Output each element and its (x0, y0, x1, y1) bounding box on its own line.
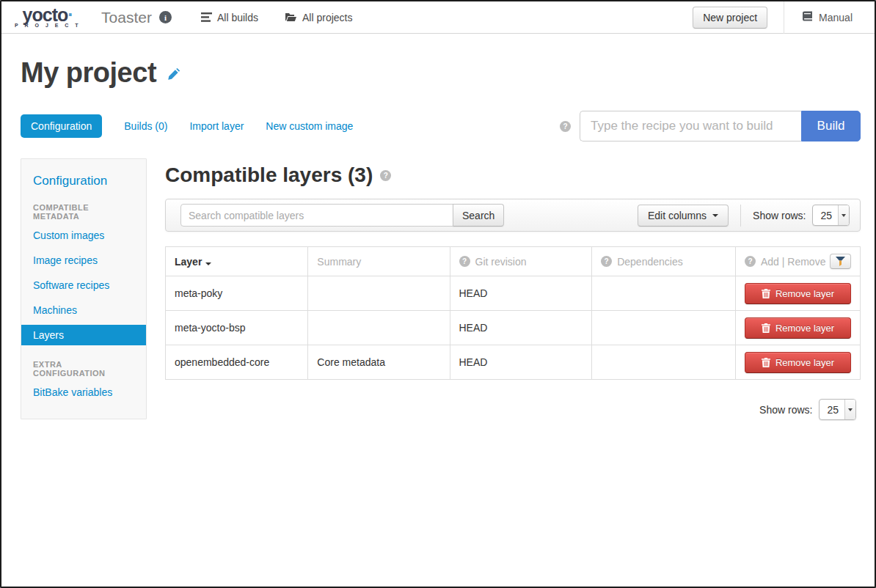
book-icon (802, 11, 813, 23)
header-nav: All builds All projects (201, 12, 353, 23)
edit-columns-label: Edit columns (648, 210, 707, 221)
build-recipe-input[interactable] (580, 111, 801, 142)
yocto-logo-text: yocto· (23, 7, 73, 23)
show-rows-select[interactable]: 25 (812, 205, 850, 226)
cell-git-revision: HEAD (450, 345, 592, 380)
folder-open-icon (285, 12, 297, 22)
yocto-logo[interactable]: yocto· P R O J E C T (15, 7, 81, 28)
cell-actions: Remove layer (735, 345, 860, 380)
nav-all-builds[interactable]: All builds (201, 12, 258, 23)
sidebar: Configuration COMPATIBLE METADATA Custom… (21, 158, 147, 419)
table-row: meta-yocto-bsp HEAD Remove layer (166, 311, 861, 345)
cell-layer: meta-yocto-bsp (166, 311, 308, 345)
compatible-layers-table: Layer Summary ?Git revision ?Dependencie… (165, 246, 861, 380)
cell-git-revision: HEAD (450, 311, 592, 345)
search-button[interactable]: Search (453, 204, 504, 227)
manual-link[interactable]: Manual (784, 11, 875, 23)
chevron-down-icon (712, 214, 718, 217)
sidebar-item-layers[interactable]: Layers (21, 325, 146, 345)
cell-dependencies (592, 311, 736, 345)
sidebar-heading-extra-configuration: EXTRA CONFIGURATION (21, 360, 146, 378)
app-header: yocto· P R O J E C T Toaster i All build… (1, 1, 875, 34)
cell-summary (308, 311, 450, 345)
sidebar-item-configuration[interactable]: Configuration (21, 174, 146, 188)
edit-columns-button[interactable]: Edit columns (638, 205, 729, 227)
cell-actions: Remove layer (735, 276, 860, 311)
remove-layer-button[interactable]: Remove layer (745, 283, 851, 304)
sidebar-item-custom-images[interactable]: Custom images (21, 225, 146, 246)
column-header-summary: Summary (308, 247, 450, 276)
column-header-add-remove: ?Add | Remove (735, 247, 860, 276)
sidebar-item-image-recipes[interactable]: Image recipes (21, 250, 146, 271)
tab-builds[interactable]: Builds (0) (124, 120, 167, 132)
build-button[interactable]: Build (801, 111, 861, 142)
filter-button[interactable] (830, 254, 851, 269)
nav-all-projects[interactable]: All projects (285, 12, 352, 23)
info-icon[interactable]: i (159, 11, 172, 23)
cell-layer: meta-poky (166, 276, 308, 311)
tab-import-layer[interactable]: Import layer (189, 120, 244, 132)
yocto-logo-dot: · (67, 4, 73, 25)
table-row: openembedded-core Core metadata HEAD Rem… (166, 345, 861, 380)
column-header-layer[interactable]: Layer (166, 247, 308, 276)
filter-funnel-icon (836, 257, 845, 266)
cell-summary: Core metadata (308, 345, 450, 380)
nav-all-builds-label: All builds (217, 12, 258, 23)
tab-new-custom-image[interactable]: New custom image (266, 120, 353, 132)
show-rows-select-bottom[interactable]: 25 (819, 399, 856, 420)
cell-actions: Remove layer (735, 311, 860, 345)
select-caret-icon (844, 400, 855, 419)
table-toolbar: Search Edit columns Show rows: 25 (165, 199, 861, 232)
cell-dependencies (592, 345, 736, 380)
toolbar-right: Edit columns Show rows: 25 (638, 205, 854, 227)
column-header-dependencies: ?Dependencies (592, 247, 736, 276)
cell-layer: openembedded-core (166, 345, 308, 380)
edit-pencil-icon[interactable] (167, 68, 181, 85)
search-input[interactable] (180, 204, 453, 227)
header-right: New project Manual (693, 1, 875, 33)
git-revision-help-icon[interactable]: ? (459, 256, 470, 267)
app-name: Toaster (101, 9, 152, 26)
sidebar-item-bitbake-variables[interactable]: BitBake variables (21, 382, 146, 403)
toaster-window: yocto· P R O J E C T Toaster i All build… (0, 0, 876, 588)
trash-icon (762, 323, 770, 333)
cell-summary (308, 276, 450, 311)
main-column: Compatible layers (3) ? Search Edit colu… (165, 158, 861, 420)
trash-icon (762, 289, 770, 298)
dependencies-help-icon[interactable]: ? (601, 256, 612, 267)
sort-caret-icon (205, 262, 211, 265)
cell-git-revision: HEAD (450, 276, 592, 311)
remove-layer-button[interactable]: Remove layer (745, 317, 851, 339)
section-heading: Compatible layers (3) (165, 163, 373, 187)
tab-configuration[interactable]: Configuration (21, 114, 102, 138)
add-remove-help-icon[interactable]: ? (745, 256, 756, 267)
sidebar-item-software-recipes[interactable]: Software recipes (21, 275, 146, 295)
builds-list-icon (201, 12, 212, 22)
toolbar-separator (740, 205, 741, 227)
page-title-row: My project (21, 57, 861, 89)
sidebar-heading-compatible-metadata: COMPATIBLE METADATA (21, 203, 146, 221)
page-title: My project (21, 57, 156, 89)
yocto-logo-subtext: P R O J E C T (15, 23, 81, 28)
table-row: meta-poky HEAD Remove layer (166, 276, 861, 311)
nav-all-projects-label: All projects (302, 12, 352, 23)
build-help-icon[interactable]: ? (560, 121, 571, 132)
sidebar-item-machines[interactable]: Machines (21, 300, 146, 320)
table-footer: Show rows: 25 (165, 399, 861, 420)
manual-label: Manual (819, 12, 853, 23)
compatible-layers-help-icon[interactable]: ? (380, 170, 391, 181)
show-rows-value: 25 (813, 210, 838, 221)
show-rows-label: Show rows: (753, 210, 806, 221)
select-caret-icon (838, 205, 849, 225)
build-form: ? Build (560, 111, 861, 142)
column-header-git-revision: ?Git revision (450, 247, 592, 276)
cell-dependencies (592, 276, 736, 311)
table-header-row: Layer Summary ?Git revision ?Dependencie… (166, 247, 861, 276)
new-project-button[interactable]: New project (693, 7, 767, 29)
page-content: My project Configuration Builds (0) Impo… (1, 57, 875, 420)
tabs-row: Configuration Builds (0) Import layer Ne… (21, 111, 861, 142)
show-rows-value: 25 (820, 404, 844, 416)
trash-icon (762, 358, 770, 367)
remove-layer-button[interactable]: Remove layer (745, 352, 851, 373)
show-rows-label: Show rows: (759, 404, 812, 416)
